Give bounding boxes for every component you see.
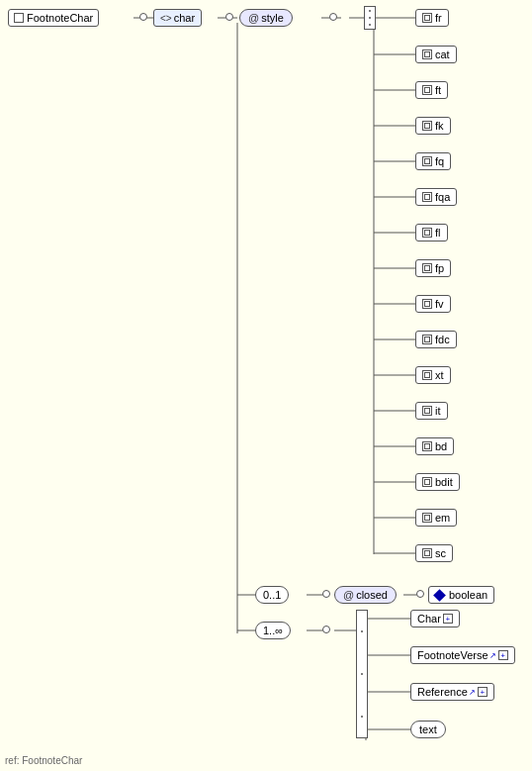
occurrence-01-label: 0..1 (263, 589, 281, 601)
reference-content-node[interactable]: Reference ↗ + (410, 683, 494, 701)
style-fr-node[interactable]: fr (415, 9, 449, 27)
em-label: em (435, 512, 450, 524)
fdc-label: fdc (435, 334, 450, 345)
closed-at-icon: @ (343, 589, 354, 601)
fq-label: fq (435, 155, 444, 167)
connector-circle-3 (329, 13, 337, 21)
diagram-container: FootnoteChar <> char @ style fr cat (0, 0, 532, 771)
boolean-diamond-icon (433, 589, 446, 602)
footnote-verse-expand-icon[interactable]: + (498, 650, 508, 660)
bdit-icon (422, 477, 432, 487)
fp-label: fp (435, 262, 444, 274)
fq-icon (422, 156, 432, 166)
style-fv-node[interactable]: fv (415, 295, 451, 313)
text-content-node[interactable]: text (410, 721, 446, 738)
connector-circle-1 (139, 13, 147, 21)
cat-icon (422, 49, 432, 59)
style-ft-node[interactable]: ft (415, 81, 448, 99)
fp-icon (422, 263, 432, 273)
style-fk-node[interactable]: fk (415, 117, 451, 135)
footnote-verse-content-node[interactable]: FootnoteVerse ↗ + (410, 646, 515, 664)
style-attr-label: style (261, 12, 284, 24)
style-fdc-node[interactable]: fdc (415, 331, 457, 348)
closed-attr-node[interactable]: @ closed (334, 586, 397, 604)
connector-circle-2 (225, 13, 233, 21)
fl-label: fl (435, 227, 441, 239)
style-cat-node[interactable]: cat (415, 46, 457, 63)
sc-label: sc (435, 547, 446, 559)
occurrence-01-node[interactable]: 0..1 (255, 586, 289, 604)
boolean-node[interactable]: boolean (428, 586, 494, 604)
closed-attr-label: closed (356, 589, 388, 601)
footnote-char-node[interactable]: FootnoteChar (8, 9, 99, 27)
cat-label: cat (435, 48, 450, 60)
style-fp-node[interactable]: fp (415, 259, 451, 277)
sc-icon (422, 548, 432, 558)
style-sc-node[interactable]: sc (415, 544, 453, 562)
fv-label: fv (435, 298, 444, 310)
fqa-label: fqa (435, 191, 450, 203)
ref-footer-label: ref: FootnoteChar (5, 755, 82, 766)
connector-circle-1inf (322, 626, 330, 633)
fr-label: fr (435, 12, 442, 24)
bdit-label: bdit (435, 476, 453, 488)
boolean-label: boolean (449, 589, 488, 601)
fk-label: fk (435, 120, 444, 132)
xt-icon (422, 370, 432, 380)
it-label: it (435, 405, 441, 417)
it-icon (422, 406, 432, 416)
bd-label: bd (435, 440, 447, 452)
fl-icon (422, 228, 432, 238)
footnote-verse-link-icon: ↗ (489, 651, 496, 660)
text-label: text (419, 723, 437, 735)
em-icon (422, 513, 432, 523)
xt-label: xt (435, 369, 444, 381)
bd-icon (422, 441, 432, 451)
fk-icon (422, 121, 432, 131)
occurrence-1inf-label: 1..∞ (263, 625, 283, 636)
footnote-char-icon (14, 13, 24, 23)
connector-circle-01 (322, 590, 330, 598)
ft-label: ft (435, 84, 441, 96)
style-fq-node[interactable]: fq (415, 152, 451, 170)
char-node[interactable]: <> char (153, 9, 202, 27)
reference-expand-icon[interactable]: + (478, 687, 488, 697)
connector-circle-closed (416, 590, 424, 598)
occurrence-1inf-node[interactable]: 1..∞ (255, 622, 291, 639)
style-it-node[interactable]: it (415, 402, 448, 420)
reference-link-icon: ↗ (469, 688, 476, 697)
style-bdit-node[interactable]: bdit (415, 473, 460, 491)
style-fqa-node[interactable]: fqa (415, 188, 457, 206)
footnote-verse-label: FootnoteVerse (417, 649, 488, 661)
style-attr-node[interactable]: @ style (239, 9, 293, 27)
style-fl-node[interactable]: fl (415, 224, 448, 241)
style-xt-node[interactable]: xt (415, 366, 451, 384)
char-content-node[interactable]: Char + (410, 610, 460, 627)
fqa-icon (422, 192, 432, 202)
char-expand-icon[interactable]: + (443, 614, 453, 624)
char-content-label: Char (417, 613, 441, 625)
fr-icon (422, 13, 432, 23)
footnote-char-label: FootnoteChar (27, 12, 93, 24)
reference-label: Reference (417, 686, 468, 698)
char-brackets-icon: <> (160, 13, 172, 24)
ft-icon (422, 85, 432, 95)
fv-icon (422, 299, 432, 309)
at-icon: @ (248, 12, 259, 24)
char-label: char (174, 12, 195, 24)
fdc-icon (422, 335, 432, 344)
style-distributor (364, 6, 376, 30)
content-distributor (356, 610, 368, 738)
style-em-node[interactable]: em (415, 509, 457, 527)
style-bd-node[interactable]: bd (415, 437, 454, 455)
